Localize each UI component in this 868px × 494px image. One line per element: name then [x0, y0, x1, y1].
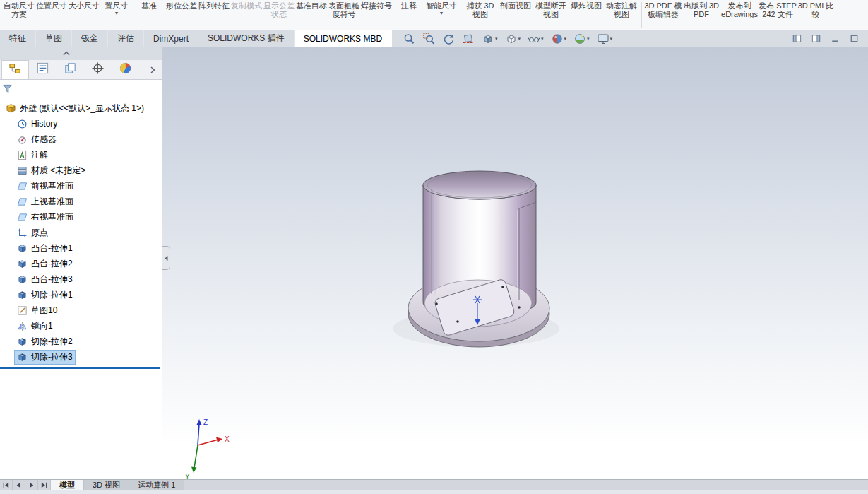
collapse-left-icon — [164, 255, 169, 261]
ribbon-button-label: 发布 STEP 242 文件 — [759, 1, 797, 18]
ribbon-button[interactable]: 自动尺寸方案 — [3, 1, 35, 18]
tree-item[interactable]: 切除-拉伸1 — [0, 287, 162, 302]
hide-show-items-icon — [528, 33, 540, 45]
manager-tab[interactable] — [84, 60, 112, 79]
tree-item[interactable]: 注解 — [0, 147, 162, 163]
command-tab[interactable]: DimXpert — [144, 30, 198, 47]
manager-tab[interactable] — [57, 60, 84, 79]
tree-item[interactable]: 前视基准面 — [0, 178, 162, 194]
viewport-scene[interactable] — [162, 47, 868, 479]
ribbon-button[interactable]: 表面粗糙度符号 — [328, 1, 360, 18]
ribbon-button[interactable]: 位置尺寸 — [35, 1, 68, 10]
view-tool-button[interactable] — [422, 32, 435, 46]
tree-item-label: 右视基准面 — [31, 211, 73, 223]
view-tool-button[interactable] — [597, 32, 613, 46]
ribbon-button[interactable]: 动态注解视图 — [604, 1, 639, 18]
panel-splitter-handle[interactable] — [162, 246, 170, 270]
tree-item[interactable]: 镜向1 — [0, 318, 162, 334]
view-tool-button[interactable] — [573, 32, 590, 46]
document-tab[interactable]: 运动算例 1 — [129, 480, 184, 490]
plane-icon — [17, 181, 28, 192]
manager-tab[interactable] — [1, 60, 29, 79]
command-tab[interactable]: 草图 — [36, 30, 72, 47]
annotations-icon — [17, 150, 28, 160]
command-tab[interactable]: SOLIDWORKS 插件 — [198, 30, 295, 47]
material-icon — [17, 165, 28, 176]
ribbon-button[interactable]: 3D PDF 模板编辑器 — [644, 1, 682, 18]
ribbon-button[interactable]: 发布 STEP 242 文件 — [759, 1, 797, 18]
view-tool-button[interactable] — [403, 32, 415, 46]
sketch-icon — [17, 305, 28, 316]
view-settings-icon — [597, 33, 610, 45]
model-3d[interactable] — [393, 171, 559, 347]
ribbon-button[interactable]: 复制模式 — [230, 1, 263, 10]
tree-item[interactable]: 传感器 — [0, 131, 162, 147]
document-tab-label: 模型 — [59, 480, 75, 490]
tree-item-label: 上视基准面 — [31, 196, 73, 208]
ribbon-button[interactable]: 显示公差状态 — [263, 1, 295, 18]
tree-item[interactable]: 凸台-拉伸2 — [0, 256, 162, 271]
main-area: 外壁 (默认<<默认>_显示状态 1>) History — [0, 47, 868, 479]
tree-item[interactable]: 凸台-拉伸3 — [0, 271, 162, 287]
tree-item[interactable]: 上视基准面 — [0, 194, 162, 209]
view-tool-button[interactable] — [482, 32, 498, 46]
filter-icon[interactable] — [2, 83, 13, 94]
tree-item[interactable]: 草图10 — [0, 302, 162, 318]
command-tab[interactable]: 特征 — [0, 30, 36, 47]
ribbon-button[interactable]: 发布到 eDrawings — [720, 1, 759, 18]
tree-item[interactable]: 凸台-拉伸1 — [0, 240, 162, 256]
manager-tab[interactable] — [112, 60, 139, 79]
document-tab[interactable]: 模型 — [51, 480, 84, 490]
view-tool-button[interactable] — [551, 32, 567, 46]
window-button[interactable] — [830, 33, 840, 47]
ribbon-button-label: 基准 — [141, 1, 157, 10]
tab-nav-button[interactable] — [25, 480, 38, 490]
tree-item[interactable]: 切除-拉伸2 — [0, 334, 162, 349]
command-tab[interactable]: SOLIDWORKS MBD — [295, 30, 392, 47]
view-tool-button[interactable] — [505, 32, 521, 46]
window-button[interactable] — [792, 33, 802, 47]
window-button[interactable] — [849, 33, 860, 47]
ribbon-button[interactable]: 注释 — [393, 1, 425, 10]
ribbon-button[interactable]: 模型断开视图 — [533, 1, 569, 18]
view-tool-button[interactable] — [462, 32, 475, 46]
ribbon-button[interactable]: 基准 — [133, 1, 165, 10]
configuration-manager-icon — [64, 61, 77, 78]
tree-item[interactable]: 右视基准面 — [0, 209, 162, 225]
ribbon-button[interactable]: 形位公差 — [165, 1, 198, 10]
document-tab[interactable]: 3D 视图 — [84, 480, 129, 490]
window-button[interactable] — [811, 33, 821, 47]
ribbon-button[interactable]: 3D PMI 比较 — [797, 1, 835, 18]
ribbon-button[interactable]: 阵列特征 — [198, 1, 230, 10]
tree-item[interactable]: 切除-拉伸3 — [0, 349, 162, 365]
ribbon-button[interactable]: 焊接符号 — [360, 1, 393, 10]
ribbon-button[interactable]: 基准目标 — [295, 1, 328, 10]
command-tab[interactable]: 评估 — [108, 30, 144, 47]
ribbon-button[interactable]: 捕获 3D 视图 — [463, 1, 498, 18]
ribbon-button[interactable]: 智能尺寸 — [425, 1, 458, 16]
ribbon-button-label: 3D PMI 比较 — [798, 1, 834, 18]
view-tool-button[interactable] — [442, 32, 455, 46]
rollback-bar[interactable] — [0, 367, 160, 369]
tab-nav-button[interactable] — [13, 480, 25, 490]
tree-item[interactable]: 材质 <未指定> — [0, 163, 162, 178]
collapse-up-icon[interactable] — [62, 50, 71, 57]
manager-tab[interactable] — [29, 60, 57, 79]
view-tool-button[interactable] — [528, 32, 544, 46]
tree-item[interactable]: 原点 — [0, 225, 162, 240]
tab-nav-button[interactable] — [38, 480, 51, 490]
tree-item[interactable]: History — [0, 116, 162, 131]
ribbon-button[interactable]: 大小尺寸 — [68, 1, 100, 10]
ribbon-button[interactable]: 出版到 3D PDF — [682, 1, 720, 18]
tab-nav-button[interactable] — [0, 480, 13, 490]
tree-root-item[interactable]: 外壁 (默认<<默认>_显示状态 1>) — [0, 100, 162, 116]
previous-view-icon — [442, 33, 455, 45]
graphics-viewport[interactable]: Z X Y — [162, 47, 868, 479]
ribbon-button[interactable]: 剖面视图 — [498, 1, 533, 10]
ribbon-button[interactable]: 爆炸视图 — [569, 1, 604, 10]
boss-extrude-icon — [17, 259, 28, 269]
ribbon-button[interactable]: 置尺寸 — [100, 1, 133, 16]
chevron-right-icon[interactable] — [148, 66, 157, 74]
command-tab[interactable]: 钣金 — [72, 30, 108, 47]
ribbon-button-label: 动态注解视图 — [606, 1, 637, 18]
